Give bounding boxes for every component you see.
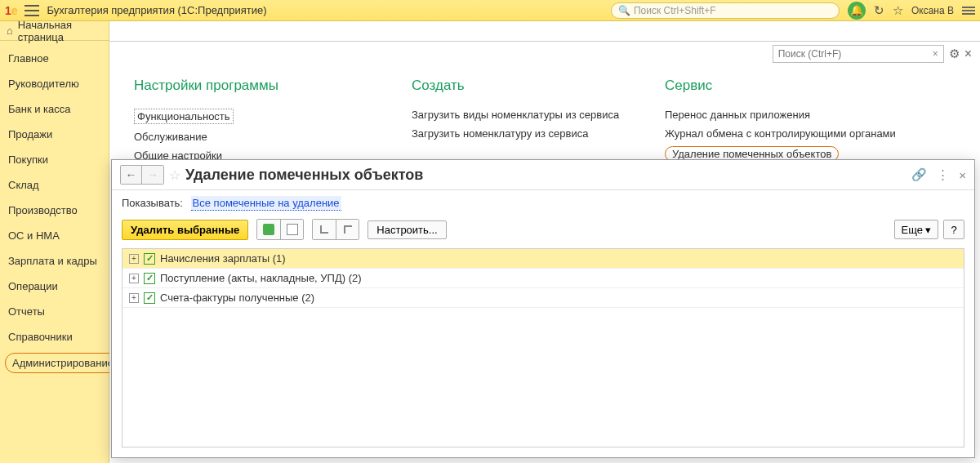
section-title: Сервис <box>665 78 956 94</box>
filter-label: Показывать: <box>122 197 183 209</box>
link-exchange-journal[interactable]: Журнал обмена с контролирующими органами <box>665 127 956 140</box>
tree-row[interactable]: + ✓ Поступление (акты, накладные, УПД) (… <box>122 269 964 288</box>
sidebar-item-purchases[interactable]: Покупки <box>0 147 109 172</box>
link-maintenance[interactable]: Обслуживание <box>134 131 379 143</box>
close-panel-icon[interactable]: × <box>964 47 972 61</box>
sidebar-item-reports[interactable]: Отчеты <box>0 299 109 324</box>
section-create: Создать Загрузить виды номенклатуры из с… <box>412 78 632 168</box>
filter-link[interactable]: Все помеченные на удаление <box>191 196 341 211</box>
startbar[interactable]: ⌂ Начальная страница <box>0 21 109 41</box>
panel-search[interactable]: × <box>773 45 944 63</box>
logo-1c: 1e <box>5 4 18 17</box>
tree[interactable]: + ✓ Начисления зарплаты (1) + ✓ Поступле… <box>122 248 964 447</box>
section-title: Создать <box>412 78 632 94</box>
sidebar-item-sales[interactable]: Продажи <box>0 122 109 147</box>
sidebar-items: Главное Руководителю Банк и касса Продаж… <box>0 41 109 381</box>
tree-row[interactable]: + ✓ Начисления зарплаты (1) <box>122 249 964 269</box>
app-title: Бухгалтерия предприятия (1С:Предприятие) <box>47 4 611 16</box>
sidebar-item-catalogs[interactable]: Справочники <box>0 324 109 349</box>
titlebar: 1e Бухгалтерия предприятия (1С:Предприят… <box>0 0 980 21</box>
filter-row: Показывать: Все помеченные на удаление <box>112 190 974 216</box>
link-load-types[interactable]: Загрузить виды номенклатуры из сервиса <box>412 109 632 121</box>
sidebar-item-bank[interactable]: Банк и касса <box>0 96 109 122</box>
search-global[interactable]: 🔍 Поиск Ctrl+Shift+F <box>611 2 840 19</box>
user-name[interactable]: Оксана В <box>911 5 954 16</box>
start-label: Начальная страница <box>18 19 102 43</box>
window-actions: 🔗 ⋮ × <box>911 167 966 182</box>
sidebar-item-salary[interactable]: Зарплата и кадры <box>0 248 109 274</box>
panel-top: × ⚙ × <box>109 42 980 66</box>
expand-tree-button[interactable] <box>313 220 336 239</box>
checkbox[interactable]: ✓ <box>144 253 155 265</box>
home-icon: ⌂ <box>7 24 13 37</box>
sidebar-item-manager[interactable]: Руководителю <box>0 71 109 96</box>
titlebar-actions: 🔔 ↻ ☆ Оксана В <box>848 2 975 20</box>
more-button[interactable]: Еще▾ <box>894 220 938 239</box>
toolbar-right: Еще▾ ? <box>894 220 964 239</box>
delete-window: ← → ☆ Удаление помеченных объектов 🔗 ⋮ ×… <box>111 159 975 458</box>
delete-selected-button[interactable]: Удалить выбранные <box>122 220 248 240</box>
collapse-icon <box>344 225 352 234</box>
notifications-icon[interactable]: 🔔 <box>848 2 866 20</box>
sidebar-item-administration[interactable]: Администрирование <box>5 353 121 373</box>
collapse-tree-button[interactable] <box>336 220 359 239</box>
section-settings: Настройки программы Функциональность Обс… <box>134 78 379 168</box>
clear-icon[interactable]: × <box>933 48 938 60</box>
section-service: Сервис Перенос данных приложения Журнал … <box>665 78 956 168</box>
section-title: Настройки программы <box>134 78 379 94</box>
history-icon[interactable]: ↻ <box>874 3 884 18</box>
select-group <box>256 219 304 240</box>
sidebar-item-warehouse[interactable]: Склад <box>0 172 109 198</box>
window-header: ← → ☆ Удаление помеченных объектов 🔗 ⋮ × <box>112 160 974 190</box>
favorite-icon[interactable]: ☆ <box>893 3 903 18</box>
expander-icon[interactable]: + <box>129 293 139 303</box>
check-icon <box>263 224 274 235</box>
nav-buttons: ← → <box>120 165 164 185</box>
link-load-nomenclature[interactable]: Загрузить номенклатуру из сервиса <box>412 127 632 140</box>
star-icon[interactable]: ☆ <box>169 167 180 183</box>
uncheck-icon <box>287 224 298 235</box>
checkbox[interactable]: ✓ <box>144 292 155 304</box>
sidebar-item-production[interactable]: Производство <box>0 198 109 223</box>
search-icon: 🔍 <box>618 5 630 16</box>
sidebar-item-main[interactable]: Главное <box>0 46 109 71</box>
checkbox[interactable]: ✓ <box>144 273 155 284</box>
select-all-button[interactable] <box>257 220 280 239</box>
window-title: Удаление помеченных объектов <box>185 167 906 184</box>
tree-row[interactable]: + ✓ Счета-фактуры полученные (2) <box>122 288 964 308</box>
nav-back-button[interactable]: ← <box>121 166 142 184</box>
sidebar-item-assets[interactable]: ОС и НМА <box>0 223 109 248</box>
sidebar-item-operations[interactable]: Операции <box>0 274 109 299</box>
row-label: Начисления зарплаты (1) <box>160 252 286 265</box>
nav-forward-button[interactable]: → <box>142 166 163 184</box>
toolbar: Удалить выбранные Настроить... Еще▾ ? <box>112 216 974 248</box>
settings-menu-icon[interactable] <box>962 7 975 15</box>
sidebar: ⌂ Начальная страница Главное Руководител… <box>0 21 109 463</box>
close-icon[interactable]: × <box>959 168 966 182</box>
expand-icon <box>320 225 328 234</box>
gear-icon[interactable]: ⚙ <box>949 47 960 61</box>
configure-button[interactable]: Настроить... <box>368 220 446 239</box>
tree-group <box>312 219 359 240</box>
link-data-transfer[interactable]: Перенос данных приложения <box>665 109 956 121</box>
menu-icon[interactable] <box>24 5 39 16</box>
kebab-icon[interactable]: ⋮ <box>937 167 949 182</box>
row-label: Счета-фактуры полученные (2) <box>160 292 314 304</box>
link-icon[interactable]: 🔗 <box>911 167 927 182</box>
deselect-all-button[interactable] <box>280 220 303 239</box>
row-label: Поступление (акты, накладные, УПД) (2) <box>160 272 362 284</box>
link-functionality[interactable]: Функциональность <box>134 109 379 124</box>
search-placeholder: Поиск Ctrl+Shift+F <box>634 5 716 16</box>
help-button[interactable]: ? <box>943 220 964 239</box>
expander-icon[interactable]: + <box>129 254 139 264</box>
expander-icon[interactable]: + <box>129 274 139 283</box>
panel-search-input[interactable] <box>778 48 933 60</box>
chevron-down-icon: ▾ <box>925 224 931 236</box>
